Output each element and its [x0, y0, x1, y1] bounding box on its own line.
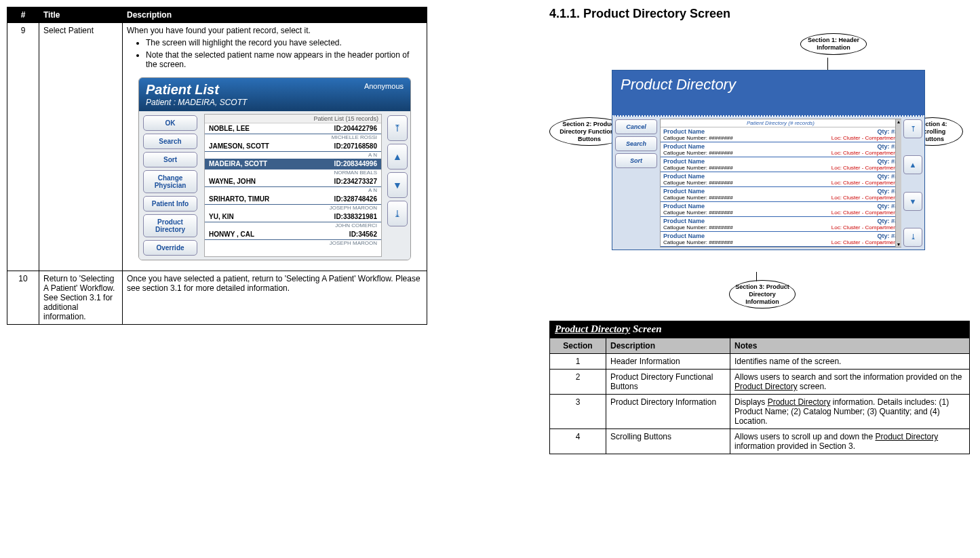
table-row: 10 Return to 'Selecting A Patient' Workf…	[7, 271, 427, 325]
pd-header: Product Directory	[612, 71, 924, 117]
list-item-sub: MICHELLE ROSSI	[205, 134, 381, 141]
product-directory-diagram: Section 1: Header Information Section 2:…	[570, 29, 949, 307]
list-item[interactable]: MADEIRA, SCOTTID:208344996	[205, 159, 381, 170]
pd-th-desc: Description	[606, 338, 730, 354]
list-item[interactable]: SRIHARTO, TIMURID:328748426	[205, 194, 381, 205]
pl-button[interactable]: Patient Info	[143, 196, 197, 212]
row9-desc: When you have found your patient record,…	[123, 23, 427, 271]
section-heading: 4.1.1. Product Directory Screen	[549, 7, 970, 21]
pd-functional-buttons: CancelSearchSort	[612, 117, 660, 250]
row10-desc: Once you have selected a patient, return…	[123, 271, 427, 325]
list-item[interactable]: YU, KINID:338321981	[205, 212, 381, 222]
row9-title: Select Patient	[39, 23, 123, 271]
header-num: #	[7, 7, 39, 23]
pl-button[interactable]: Search	[143, 134, 197, 149]
list-item-sub: JOSEPH MAROON	[205, 205, 381, 212]
list-item-sub: JOHN COMERCI	[205, 222, 381, 229]
pd-th-section: Section	[550, 338, 606, 354]
scroll-button[interactable]: ▲	[387, 144, 408, 170]
pd-item[interactable]: Product NameQty: ##Catlogue Number: ####…	[661, 187, 901, 202]
header-desc: Description	[123, 7, 427, 23]
row10-title: Return to 'Selecting A Patient' Workflow…	[39, 271, 123, 325]
list-item[interactable]: NOBLE, LEEID:204422796	[205, 123, 381, 134]
pd-list: Patient Directory (# records) Product Na…	[660, 119, 901, 247]
steps-table: # Title Description 9 Select Patient Whe…	[7, 7, 427, 325]
pl-button[interactable]: Product Directory	[143, 214, 197, 237]
pd-screen-table-wrap: Product Directory Screen Section Descrip…	[549, 321, 970, 454]
patient-list-panel: Patient List (15 records) NOBLE, LEEID:2…	[204, 114, 382, 257]
table-row: 2Product Directory Functional ButtonsAll…	[550, 370, 970, 395]
callout-section3: Section 3: Product Directory Information	[729, 280, 796, 308]
pd-screen-table: Section Description Notes 1Header Inform…	[549, 338, 970, 454]
table-row: 1Header InformationIdentifies name of th…	[550, 354, 970, 370]
list-item-sub: A N	[205, 187, 381, 194]
pd-scroll-buttons: ⤒▲▼⤓	[901, 117, 924, 250]
list-item-sub: NORMAN BEALS	[205, 170, 381, 176]
pd-button[interactable]: Sort	[615, 153, 657, 168]
row9-bullet2: Note that the selected patient name now …	[146, 50, 423, 69]
patient-list-buttons: OKSearchSortChange PhysicianPatient Info…	[139, 111, 201, 260]
right-column: 4.1.1. Product Directory Screen Section …	[549, 7, 970, 454]
pd-item[interactable]: Product NameQty: ##Catlogue Number: ####…	[661, 127, 901, 142]
patient-list-scroll: ⤒▲▼⤓	[385, 111, 410, 260]
pd-item[interactable]: Product NameQty: ##Catlogue Number: ####…	[661, 142, 901, 157]
pd-scroll-button[interactable]: ⤒	[903, 119, 922, 138]
pd-list-caption: Patient Directory (# records)	[661, 119, 901, 127]
pl-button[interactable]: Override	[143, 240, 197, 256]
pd-scroll-button[interactable]: ▲	[903, 155, 922, 174]
list-item-sub: A N	[205, 152, 381, 159]
patient-list-sub: Patient : MADEIRA, SCOTT	[146, 98, 404, 107]
list-item[interactable]: WAYNE, JOHNID:234273327	[205, 176, 381, 187]
pl-button[interactable]: Change Physician	[143, 170, 197, 193]
callout-section1: Section 1: Header Information	[800, 33, 867, 55]
pd-item[interactable]: Product NameQty: ##Catlogue Number: ####…	[661, 202, 901, 217]
table-row: 4Scrolling ButtonsAllows users to scroll…	[550, 429, 970, 454]
pd-item[interactable]: Product NameQty: ##Catlogue Number: ####…	[661, 217, 901, 232]
list-item-sub: JOSEPH MAROON	[205, 240, 381, 247]
row9-intro: When you have found your patient record,…	[127, 26, 311, 35]
pd-inner-scrollbar[interactable]	[895, 119, 901, 247]
product-directory-frame: Product Directory CancelSearchSort Patie…	[612, 70, 925, 250]
row9-num: 9	[7, 23, 39, 271]
pd-button[interactable]: Cancel	[615, 119, 657, 134]
table-row: 9 Select Patient When you have found you…	[7, 23, 427, 271]
pd-table-title: Product Directory Screen	[549, 321, 970, 338]
pd-item[interactable]: Product NameQty: ##Catlogue Number: ####…	[661, 172, 901, 187]
header-title: Title	[39, 7, 123, 23]
pd-item[interactable]: Product NameQty: ##Catlogue Number: ####…	[661, 232, 901, 247]
row9-bullet1: The screen will highlight the record you…	[146, 38, 423, 47]
pd-scroll-button[interactable]: ⤓	[903, 228, 922, 247]
patient-list-caption: Patient List (15 records)	[205, 115, 381, 123]
pl-button[interactable]: OK	[143, 115, 197, 131]
pd-scroll-button[interactable]: ▼	[903, 192, 922, 211]
pd-th-notes: Notes	[730, 338, 970, 354]
left-column: # Title Description 9 Select Patient Whe…	[7, 7, 427, 454]
scroll-button[interactable]: ▼	[387, 172, 408, 198]
table-row: 3Product Directory InformationDisplays P…	[550, 395, 970, 429]
pl-button[interactable]: Sort	[143, 152, 197, 167]
row10-num: 10	[7, 271, 39, 325]
pd-item[interactable]: Product NameQty: ##Catlogue Number: ####…	[661, 157, 901, 172]
list-item[interactable]: HONWY , CALID:34562	[205, 229, 381, 240]
scroll-button[interactable]: ⤒	[387, 115, 408, 141]
patient-list-screenshot: Anonymous Patient List Patient : MADEIRA…	[138, 77, 411, 260]
list-item[interactable]: JAMESON, SCOTTID:207168580	[205, 141, 381, 152]
anonymous-label: Anonymous	[364, 82, 404, 90]
pd-button[interactable]: Search	[615, 136, 657, 151]
scroll-button[interactable]: ⤓	[387, 201, 408, 226]
